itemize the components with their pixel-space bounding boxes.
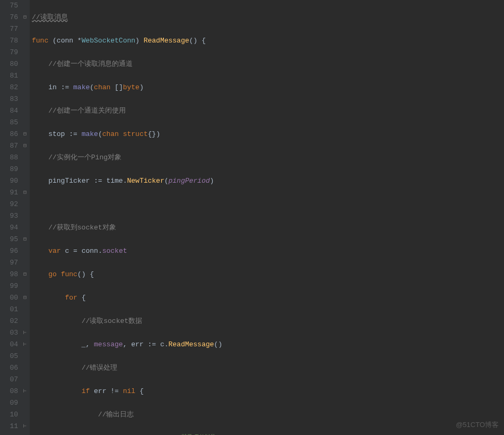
keyword: struct bbox=[123, 130, 148, 138]
line-number[interactable]: 03 bbox=[0, 327, 18, 339]
fold-icon[interactable]: ⊟ bbox=[23, 15, 28, 20]
type: byte bbox=[123, 83, 140, 91]
keyword: var bbox=[48, 247, 60, 255]
fold-icon[interactable]: ⊟ bbox=[23, 295, 28, 300]
fold-icon[interactable]: ⊟ bbox=[23, 272, 28, 277]
line-number-gutter[interactable]: 75 76 77 78 79 80 81 82 83 84 85 86 87 8… bbox=[0, 0, 22, 435]
comment: //输出日志 bbox=[98, 411, 134, 419]
line-number[interactable]: 01 bbox=[0, 304, 18, 315]
line-number[interactable]: 96 bbox=[0, 245, 18, 257]
comment: //创建一个通道关闭使用 bbox=[48, 107, 126, 115]
fold-icon[interactable]: ⊢ bbox=[23, 389, 28, 394]
function-name: ReadMessage bbox=[144, 37, 189, 45]
line-number[interactable]: 06 bbox=[0, 362, 18, 374]
identifier: err bbox=[94, 387, 106, 395]
line-number[interactable]: 84 bbox=[0, 105, 18, 117]
comment: //实例化一个Ping对象 bbox=[48, 153, 121, 161]
keyword: chan bbox=[102, 130, 119, 138]
fold-icon[interactable]: ⊢ bbox=[23, 330, 28, 335]
line-number[interactable]: 83 bbox=[0, 93, 18, 105]
builtin: make bbox=[73, 83, 90, 91]
identifier: conn bbox=[57, 37, 73, 45]
line-number[interactable]: 75 bbox=[0, 0, 18, 12]
identifier: in bbox=[48, 83, 57, 91]
line-number[interactable]: 93 bbox=[0, 210, 18, 222]
line-number[interactable]: 89 bbox=[0, 164, 18, 175]
keyword: func bbox=[32, 37, 48, 45]
line-number[interactable]: 02 bbox=[0, 315, 18, 327]
line-number[interactable]: 99 bbox=[0, 280, 18, 292]
line-number[interactable]: 90 bbox=[0, 175, 18, 187]
line-number[interactable]: 92 bbox=[0, 199, 18, 210]
line-number[interactable]: 98 bbox=[0, 269, 18, 280]
identifier: stop bbox=[48, 130, 65, 138]
line-number[interactable]: 97 bbox=[0, 257, 18, 269]
line-number[interactable]: 94 bbox=[0, 222, 18, 234]
line-number[interactable]: 95 bbox=[0, 234, 18, 245]
fold-column[interactable]: ⊟ ⊟ ⊟ ⊟ ⊟ ⊟ ⊟ ⊢ ⊢ ⊢ ⊢ bbox=[22, 0, 30, 435]
fold-icon[interactable]: ⊢ bbox=[23, 342, 28, 347]
keyword: go bbox=[48, 270, 57, 278]
comment: //读取socket数据 bbox=[82, 317, 142, 325]
line-number[interactable]: 80 bbox=[0, 58, 18, 70]
line-number[interactable]: 81 bbox=[0, 70, 18, 82]
keyword: if bbox=[82, 387, 90, 395]
code-editor: 75 76 77 78 79 80 81 82 83 84 85 86 87 8… bbox=[0, 0, 504, 435]
line-number[interactable]: 09 bbox=[0, 397, 18, 409]
line-number[interactable]: 07 bbox=[0, 374, 18, 386]
line-number[interactable]: 85 bbox=[0, 117, 18, 129]
line-number[interactable]: 79 bbox=[0, 47, 18, 58]
identifier: err bbox=[131, 340, 143, 348]
identifier: c bbox=[65, 247, 69, 255]
fold-icon[interactable]: ⊟ bbox=[23, 237, 28, 242]
watermark: @51CTO博客 bbox=[456, 419, 499, 431]
line-number[interactable]: 00 bbox=[0, 292, 18, 304]
line-number[interactable]: 10 bbox=[0, 409, 18, 421]
line-number[interactable]: 86 bbox=[0, 129, 18, 140]
line-number[interactable]: 04 bbox=[0, 339, 18, 351]
fold-icon[interactable]: ⊢ bbox=[23, 424, 28, 429]
line-number[interactable]: 88 bbox=[0, 152, 18, 164]
line-number[interactable]: 11 bbox=[0, 421, 18, 432]
package: time bbox=[106, 177, 123, 185]
code-area[interactable]: //读取消息 func (conn *WebSocketConn) ReadMe… bbox=[30, 0, 504, 435]
field: socket bbox=[102, 247, 127, 255]
identifier: conn bbox=[82, 247, 98, 255]
line-number[interactable]: 05 bbox=[0, 351, 18, 362]
fold-icon[interactable]: ⊟ bbox=[23, 190, 28, 195]
keyword: for bbox=[65, 294, 77, 302]
identifier: c bbox=[160, 340, 164, 348]
type: WebSocketConn bbox=[82, 37, 135, 45]
keyword: chan bbox=[94, 83, 110, 91]
line-number[interactable]: 82 bbox=[0, 82, 18, 93]
function: NewTicker bbox=[127, 177, 164, 185]
function: ReadMessage bbox=[169, 340, 214, 348]
comment: //读取消息 bbox=[32, 13, 68, 21]
line-number[interactable]: 91 bbox=[0, 187, 18, 199]
line-number[interactable]: 08 bbox=[0, 386, 18, 397]
identifier: pingPeriod bbox=[169, 177, 210, 185]
line-number[interactable]: 87 bbox=[0, 140, 18, 152]
line-number[interactable]: 77 bbox=[0, 23, 18, 35]
identifier: pingTicker bbox=[48, 177, 90, 185]
comment: //创建一个读取消息的通道 bbox=[48, 60, 133, 68]
keyword: func bbox=[61, 270, 77, 278]
line-number[interactable]: 78 bbox=[0, 35, 18, 47]
comment: //错误处理 bbox=[82, 364, 118, 372]
comment: //获取到socket对象 bbox=[48, 224, 116, 232]
identifier: message bbox=[94, 340, 123, 348]
keyword: nil bbox=[123, 387, 135, 395]
fold-icon[interactable]: ⊟ bbox=[23, 132, 28, 137]
builtin: make bbox=[82, 130, 98, 138]
line-number[interactable]: 76 bbox=[0, 12, 18, 23]
fold-icon[interactable]: ⊟ bbox=[23, 143, 28, 148]
